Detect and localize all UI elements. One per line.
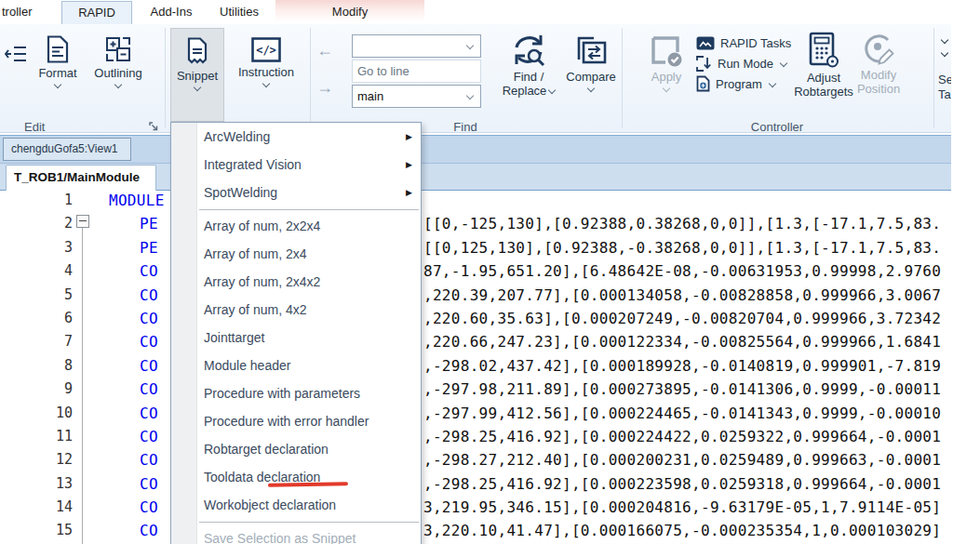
instruction-icon: </> (251, 37, 281, 62)
menu-item-label: Robtarget declaration (204, 442, 329, 457)
code-line: 14CO3,219.95,346.15],[0.000204816,-9.631… (0, 496, 951, 519)
instruction-label: Instruction (238, 65, 294, 79)
code-line: 12CO,-298.27,212.40],[0.000200231,0.0259… (0, 448, 951, 471)
chevron-down-icon[interactable] (941, 36, 948, 44)
code-text: 87,-1.95,651.20],[6.48642E-08,-0.0063195… (423, 259, 950, 283)
compare-button[interactable]: Compare (562, 32, 620, 91)
snippet-icon (186, 37, 208, 66)
chevron-down-icon (194, 84, 201, 91)
goto-line-input[interactable]: Go to line (352, 60, 481, 83)
menu-item-tooldata-declaration[interactable]: Tooldata declaration (171, 463, 421, 491)
chevron-down-icon[interactable] (941, 49, 948, 57)
edit-dialog-launcher-icon[interactable] (149, 122, 159, 132)
tab-modify[interactable]: Modify (275, 0, 424, 24)
routine-combobox[interactable]: main (352, 85, 481, 108)
snippet-button[interactable]: Snippet (170, 28, 224, 122)
menu-item-array-2x4[interactable]: Array of num, 2x4 (171, 240, 421, 268)
code-line: 5CO,220.39,207.77],[0.000134058,-0.00828… (0, 284, 951, 307)
chevron-down-icon (466, 42, 474, 49)
menu-item-array-2x4x2[interactable]: Array of num, 2x4x2 (171, 268, 421, 296)
menu-item-array-4x2[interactable]: Array of num, 4x2 (171, 296, 421, 324)
rapid-tasks-label: RAPID Tasks (720, 36, 791, 50)
line-number: 12 (37, 448, 73, 471)
format-label: Format (38, 66, 76, 80)
code-line: 15CO3,220.10,41.47],[0.000166075,-0.0002… (0, 519, 951, 542)
code-keyword: CO (140, 472, 158, 496)
code-line: 4CO87,-1.95,651.20],[6.48642E-08,-0.0063… (0, 259, 951, 283)
menu-item-integrated-vision[interactable]: Integrated Vision▶ (171, 151, 421, 179)
code-line: 3PE[[0,125,130],[0.92388,-0.38268,0,0]],… (0, 236, 951, 259)
modify-position-button[interactable]: Modify Position (852, 32, 905, 96)
program-label: Program (716, 77, 762, 91)
menu-item-spotwelding[interactable]: SpotWelding▶ (171, 179, 421, 206)
apply-label: Apply (651, 70, 682, 84)
menu-item-arcwelding[interactable]: ArcWelding▶ (171, 123, 421, 151)
instruction-button[interactable]: </> Instruction (229, 35, 303, 86)
rapid-tasks-icon (696, 36, 715, 50)
modify-position-label-2: Position (857, 82, 900, 96)
menu-item-label: Integrated Vision (204, 157, 302, 172)
compare-label: Compare (566, 70, 615, 84)
menu-item-label: Procedure with error handler (204, 414, 369, 429)
line-number: 3 (37, 236, 73, 259)
group-separator (622, 28, 623, 128)
format-button[interactable]: Format (32, 35, 84, 87)
run-mode-button[interactable]: Run Mode (696, 54, 786, 73)
ribbon: Format Outlining Edit S (0, 24, 951, 133)
navigate-back-icon[interactable]: ← (316, 41, 333, 60)
line-number: 7 (37, 330, 73, 353)
chevron-down-icon (663, 85, 670, 92)
apply-icon (649, 33, 684, 67)
outlining-icon (105, 35, 131, 63)
menu-item-workobject-declaration[interactable]: Workobject declaration (171, 491, 421, 519)
edit-group-label: Edit (24, 120, 45, 133)
menu-item-procedure-with-parameters[interactable]: Procedure with parameters (171, 379, 421, 407)
menu-item-jointtarget[interactable]: Jointtarget (171, 324, 421, 352)
code-text: ,-298.27,212.40],[0.000200231,0.0259489,… (423, 448, 950, 471)
code-keyword: PE (140, 236, 158, 259)
robotstudio-rapid-window: troller RAPID Add-Ins Utilities Modify F… (0, 0, 980, 544)
code-keyword: CO (140, 448, 158, 471)
view-tab[interactable]: chengduGofa5:View1 (3, 138, 131, 161)
modify-position-label-1: Modify (861, 68, 896, 82)
menu-item-procedure-with-error-handler[interactable]: Procedure with error handler (171, 407, 421, 435)
menu-item-module-header[interactable]: Module header (171, 352, 421, 379)
line-number: 2 (37, 212, 73, 235)
code-keyword: CO (140, 425, 158, 448)
outlining-button[interactable]: Outlining (86, 35, 151, 87)
chevron-down-icon (769, 79, 776, 86)
controller-group-label: Controller (735, 120, 819, 133)
tab-controller-clipped[interactable]: troller (2, 0, 50, 24)
line-number: 1 (37, 189, 73, 212)
code-keyword: CO (140, 259, 158, 283)
code-line: 11CO,-298.25,416.92],[0.000224422,0.0259… (0, 425, 951, 448)
fold-collapse-icon[interactable] (76, 215, 89, 228)
menu-item-label: Array of num, 2x4 (204, 246, 307, 261)
code-line: 8CO,-298.02,437.42],[0.000189928,-0.0140… (0, 354, 951, 378)
document-tab[interactable]: T_ROB1/MainModule (6, 165, 156, 191)
menu-item-label: Procedure with parameters (204, 386, 360, 401)
rapid-tasks-button[interactable]: RAPID Tasks (696, 33, 791, 52)
line-number: 9 (37, 378, 73, 401)
find-replace-button[interactable]: Find / Replace (497, 32, 560, 98)
code-line: 7CO,220.66,247.23],[0.000122334,-0.00825… (0, 330, 951, 353)
tab-rapid[interactable]: RAPID (61, 1, 132, 24)
tab-add-ins[interactable]: Add-Ins (141, 0, 201, 24)
clipped-button-label-1[interactable]: Sel (938, 73, 951, 86)
tab-utilities[interactable]: Utilities (208, 0, 270, 24)
adjust-robtargets-button[interactable]: Adjust Robtargets (795, 32, 852, 99)
line-number: 5 (37, 284, 73, 307)
menu-item-robtarget-declaration[interactable]: Robtarget declaration (171, 435, 421, 463)
program-button[interactable]: Program (696, 74, 775, 93)
menu-item-array-2x2x4[interactable]: Array of num, 2x2x4 (171, 212, 421, 240)
search-combobox[interactable] (352, 34, 481, 58)
code-editor[interactable]: 1MODULE 2PE[[0,-125,130],[0.92388,0.3826… (0, 189, 951, 543)
navigate-forward-icon[interactable]: → (316, 78, 333, 98)
submenu-arrow-icon: ▶ (406, 123, 412, 151)
outlining-label: Outlining (94, 66, 141, 80)
unindent-button[interactable] (4, 45, 28, 63)
group-separator (165, 28, 166, 128)
code-text: [[0,125,130],[0.92388,-0.38268,0,0]],[1.… (423, 236, 950, 259)
apply-button[interactable]: Apply (642, 32, 691, 91)
unindent-icon (5, 45, 27, 63)
